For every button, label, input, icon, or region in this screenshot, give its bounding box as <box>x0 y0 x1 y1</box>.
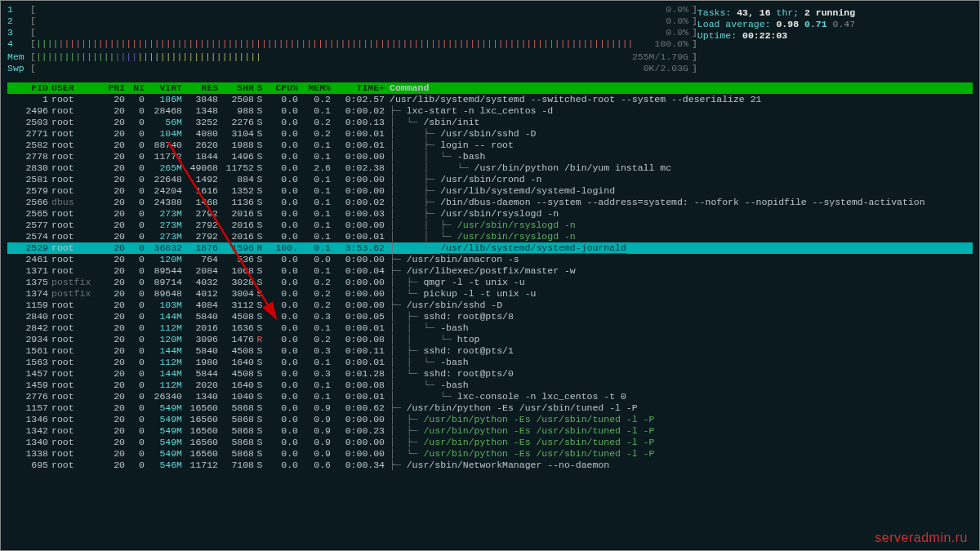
process-row[interactable]: 1159root200103M40843112S0.00.20:00.00├─ … <box>7 300 973 311</box>
process-row[interactable]: 2934root200120M30961476R0.00.20:00.08│ │… <box>7 334 973 345</box>
meters-left: 1[0.0%]2[0.0%]3[0.0%]4[|||||||||||||||||… <box>7 4 697 74</box>
process-row[interactable]: 1157root200549M165605868S0.00.90:00.62├─… <box>7 402 973 414</box>
process-list[interactable]: 1root200186M38482508S0.00.20:02.57/usr/l… <box>7 94 973 471</box>
meters-right: Tasks: 43, 16 thr; 2 running Load averag… <box>697 4 973 74</box>
process-row[interactable]: 2565root200273M27922016S0.00.10:00.03│ ├… <box>7 208 973 220</box>
process-row[interactable]: 2771root200104M40803104S0.00.20:00.01│ ├… <box>7 128 973 140</box>
process-row[interactable]: 1root200186M38482508S0.00.20:02.57/usr/l… <box>7 94 973 105</box>
htop-terminal[interactable]: 1[0.0%]2[0.0%]3[0.0%]4[|||||||||||||||||… <box>1 1 979 474</box>
uptime-line: Uptime: 00:22:03 <box>697 30 973 42</box>
process-row[interactable]: 2776root2002634013401040S0.00.10:00.01│ … <box>7 391 973 402</box>
cpu-meter-4: 4[||||||||||||||||||||||||||||||||||||||… <box>7 38 697 50</box>
cpu-meter-2: 2[0.0%] <box>7 16 697 27</box>
process-row[interactable]: 1371root2008954420841068S0.00.10:00.04├─… <box>7 265 973 277</box>
process-row[interactable]: 2577root200273M27922016S0.00.10:00.00│ │… <box>7 220 973 231</box>
process-row[interactable]: 1563root200112M19801640S0.00.10:00.01│ │… <box>7 357 973 368</box>
process-row[interactable]: 1457root200144M58444508S0.00.30:01.28│ └… <box>7 368 973 380</box>
process-row[interactable]: 1338root200549M165605868S0.00.90:00.00│ … <box>7 448 973 460</box>
process-row[interactable]: 2778root2001177218441496S0.00.10:00.00│ … <box>7 151 973 162</box>
process-row[interactable]: 2581root200226481492884S0.00.10:00.00│ ├… <box>7 174 973 185</box>
process-row[interactable]: 2579root2002420416161352S0.00.10:00.00│ … <box>7 185 973 197</box>
watermark: serveradmin.ru <box>875 532 968 544</box>
cpu-meter-1: 1[0.0%] <box>7 4 697 16</box>
process-row[interactable]: 1346root200549M165605868S0.00.90:00.00│ … <box>7 414 973 425</box>
process-row[interactable]: 2830root200265M4906811752S0.02.60:02.38│… <box>7 162 973 174</box>
process-row[interactable]: 695root200546M117127108S0.00.60:00.34├─ … <box>7 460 973 471</box>
process-row[interactable]: 2461root200120M764536S0.00.00:00.00├─ /u… <box>7 254 973 265</box>
process-row[interactable]: 2496root200284681348988S0.00.10:00.02├─ … <box>7 105 973 117</box>
load-line: Load average: 0.98 0.71 0.47 <box>697 19 973 30</box>
tasks-line: Tasks: 43, 16 thr; 2 running <box>697 7 973 19</box>
process-row[interactable]: 2574root200273M27922016S0.00.10:00.01│ │… <box>7 231 973 242</box>
process-row[interactable]: 1375postfix2008971440323028S0.00.20:00.0… <box>7 277 973 288</box>
swap-meter: Swp [ 0K/2.03G ] <box>7 63 697 74</box>
process-row[interactable]: 1459root200112M20201640S0.00.10:00.08│ └… <box>7 380 973 391</box>
process-row[interactable]: 2840root200144M58404508S0.00.30:00.05│ ├… <box>7 311 973 322</box>
process-row[interactable]: 1561root200144M58404508S0.00.30:00.11│ ├… <box>7 345 973 357</box>
process-row[interactable]: 2842root200112M20161636S0.00.10:00.01│ │… <box>7 322 973 334</box>
mem-meter: Mem [ ||||||||||||||||||||||||||||||||||… <box>7 51 697 63</box>
process-row[interactable]: 2566dbus2002438814681136S0.00.10:00.02│ … <box>7 197 973 208</box>
process-row[interactable]: 1342root200549M165605868S0.00.90:00.23│ … <box>7 425 973 437</box>
column-headers[interactable]: PID USER PRI NI VIRT RES SHR S CPU% MEM%… <box>7 82 973 94</box>
process-row[interactable]: 1340root200549M165605868S0.00.90:00.00│ … <box>7 437 973 448</box>
cpu-meter-3: 3[0.0%] <box>7 27 697 38</box>
process-row[interactable]: 1374postfix2008964840123004S0.00.20:00.0… <box>7 288 973 300</box>
process-row[interactable]: 2582root2008874026201988S0.00.10:00.01│ … <box>7 140 973 151</box>
process-row[interactable]: 2529root2003683218761596R100.0.13:53.62│… <box>7 242 973 254</box>
process-row[interactable]: 2503root20056M32522276S0.00.20:00.13│ └─… <box>7 117 973 128</box>
